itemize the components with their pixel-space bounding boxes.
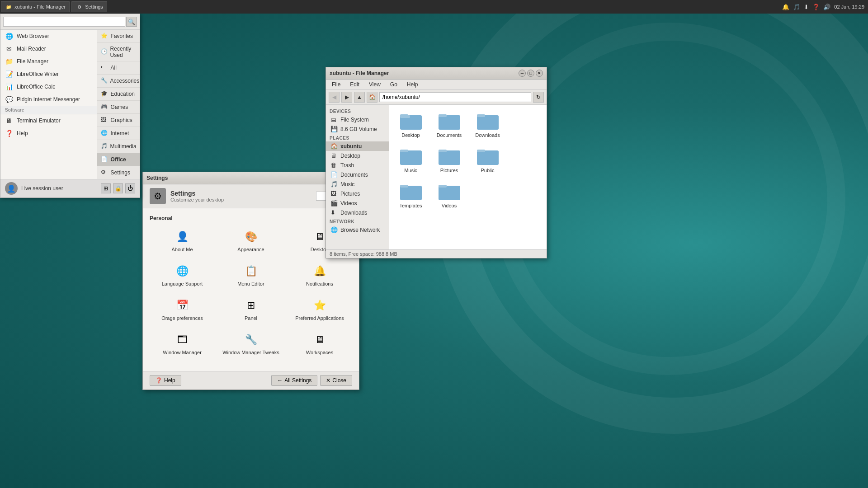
help-icon[interactable]: ❓ (812, 4, 820, 10)
lock-screen-button[interactable]: 🔒 (113, 183, 123, 193)
file-documents[interactable]: Documents (432, 109, 466, 140)
power-button[interactable]: ⏻ (125, 183, 135, 193)
menu-item-libreoffice-writer[interactable]: 📝 LibreOffice Writer (0, 68, 97, 80)
file-downloads[interactable]: Downloads (471, 109, 505, 140)
settings-appearance[interactable]: 🎨 Appearance (218, 225, 283, 256)
category-favorites[interactable]: ⭐ Favorites (97, 30, 140, 43)
desktop-folder-label: Desktop (401, 132, 420, 138)
category-office[interactable]: 📄 Office (97, 153, 140, 166)
sidebar-downloads[interactable]: ⬇ Downloads (326, 208, 389, 217)
clock-icon: 🕒 (101, 48, 108, 56)
sidebar-browse-network[interactable]: 🌐 Browse Network (326, 225, 389, 235)
fm-up-button[interactable]: ▲ (354, 92, 365, 103)
sidebar-music[interactable]: 🎵 Music (326, 179, 389, 189)
category-internet[interactable]: 🌐 Internet (97, 127, 140, 140)
file-music[interactable]: Music (394, 145, 428, 175)
search-button[interactable]: 🔍 (126, 17, 137, 27)
fm-menu-edit[interactable]: Edit (346, 80, 363, 89)
personal-section-title: Personal (150, 215, 352, 221)
file-desktop[interactable]: Desktop (394, 109, 428, 140)
settings-about-me[interactable]: 👤 About Me (150, 225, 215, 256)
settings-language[interactable]: 🌐 Language Support (150, 259, 215, 290)
fm-back-button[interactable]: ◀ (329, 92, 340, 103)
network-icon[interactable]: ⬇ (804, 4, 809, 10)
home-sidebar-icon: 🏠 (330, 143, 338, 150)
fm-refresh-button[interactable]: ↻ (533, 92, 544, 103)
settings-notifications[interactable]: 🔔 Notifications (287, 259, 352, 290)
category-education[interactable]: 🎓 Education (97, 88, 140, 101)
trash-icon: 🗑 (330, 162, 338, 169)
all-settings-button[interactable]: ← All Settings (271, 375, 317, 386)
about-me-label: About Me (171, 247, 193, 252)
volume-icon[interactable]: 🔊 (823, 4, 830, 10)
preferred-apps-label: Preferred Applications (295, 315, 344, 321)
search-input[interactable] (3, 17, 125, 27)
sidebar-xubuntu[interactable]: 🏠 xubuntu (326, 141, 389, 151)
sidebar-videos[interactable]: 🎬 Videos (326, 198, 389, 208)
category-graphics[interactable]: 🖼 Graphics (97, 114, 140, 127)
fm-menu-go[interactable]: Go (387, 80, 401, 89)
templates-folder-label: Templates (399, 203, 422, 208)
file-manager-titlebar[interactable]: xubuntu - File Manager ─ □ ✕ (326, 67, 547, 80)
fm-close-button[interactable]: ✕ (536, 70, 543, 77)
notification-icon[interactable]: 🔔 (782, 4, 789, 10)
category-all[interactable]: • All (97, 61, 140, 75)
games-icon: 🎮 (101, 103, 108, 111)
app-menu-search-bar: 🔍 (0, 14, 140, 30)
sidebar-trash[interactable]: 🗑 Trash (326, 160, 389, 170)
file-videos[interactable]: Videos (432, 180, 466, 211)
menu-item-mail-reader[interactable]: ✉ Mail Reader (0, 42, 97, 55)
sidebar-desktop[interactable]: 🖥 Desktop (326, 151, 389, 160)
fm-address-bar[interactable] (379, 92, 531, 102)
svg-rect-15 (439, 186, 460, 200)
fm-menu-file[interactable]: File (328, 80, 344, 89)
taskbar-app-filemanager[interactable]: 📁 xubuntu - File Manager (1, 1, 70, 12)
about-me-icon: 👤 (174, 229, 190, 245)
category-recently-used[interactable]: 🕒 Recently Used (97, 43, 140, 61)
menu-item-web-browser[interactable]: 🌐 Web Browser (0, 30, 97, 42)
sidebar-documents[interactable]: 📄 Documents (326, 170, 389, 179)
fm-menu-view[interactable]: View (365, 80, 384, 89)
search-icon: 🔍 (128, 19, 135, 25)
menu-item-pidgin[interactable]: 💬 Pidgin Internet Messenger (0, 93, 97, 106)
fm-maximize-button[interactable]: □ (527, 70, 534, 77)
folder-icon-desktop (400, 112, 422, 131)
settings-workspaces[interactable]: 🖥 Workspaces (287, 328, 352, 359)
menu-item-help[interactable]: ❓ Help (0, 127, 97, 140)
settings-orage[interactable]: 📅 Orage preferences (150, 294, 215, 324)
panel-label: Panel (245, 315, 257, 321)
file-pictures[interactable]: Pictures (432, 145, 466, 175)
category-accessories[interactable]: 🔧 Accessories (97, 75, 140, 88)
settings-window-manager[interactable]: 🗔 Window Manager (150, 328, 215, 359)
fm-forward-button[interactable]: ▶ (341, 92, 352, 103)
desktop-sidebar-icon: 🖥 (330, 152, 338, 159)
close-settings-button[interactable]: ✕ Close (320, 375, 352, 386)
web-browser-icon: 🌐 (5, 32, 13, 40)
sidebar-volume[interactable]: 💾 8.6 GB Volume (326, 124, 389, 134)
settings-xfce-panel-switch[interactable]: ↔ Xfce Panel Switch (150, 362, 215, 371)
fm-home-button[interactable]: 🏠 (367, 92, 377, 103)
category-settings[interactable]: ⚙ Settings (97, 166, 140, 179)
settings-app-icon: ⚙ (150, 188, 166, 204)
settings-preferred-apps[interactable]: ⭐ Preferred Applications (287, 294, 352, 324)
svg-rect-3 (439, 115, 460, 130)
category-games[interactable]: 🎮 Games (97, 101, 140, 114)
switch-user-button[interactable]: ⊞ (101, 183, 111, 193)
fm-minimize-button[interactable]: ─ (519, 70, 526, 77)
file-public[interactable]: Public (471, 145, 505, 175)
fm-menu-help[interactable]: Help (403, 80, 422, 89)
taskbar-app-settings[interactable]: ⚙ Settings (71, 1, 107, 12)
category-multimedia[interactable]: 🎵 Multimedia (97, 140, 140, 153)
settings-panel[interactable]: ⊞ Panel (218, 294, 283, 324)
file-templates[interactable]: Templates (394, 180, 428, 211)
settings-help-button[interactable]: ❓ Help (150, 375, 181, 386)
settings-menu-editor[interactable]: 📋 Menu Editor (218, 259, 283, 290)
sidebar-filesystem[interactable]: 🖴 File System (326, 115, 389, 124)
menu-item-terminal[interactable]: 🖥 Terminal Emulator (0, 114, 97, 127)
menu-item-libreoffice-calc[interactable]: 📊 LibreOffice Calc (0, 80, 97, 93)
app-menu-left-panel: 🌐 Web Browser ✉ Mail Reader 📁 File Manag… (0, 30, 97, 179)
menu-item-file-manager[interactable]: 📁 File Manager (0, 55, 97, 68)
bluetooth-icon[interactable]: 🎵 (793, 4, 800, 10)
sidebar-pictures[interactable]: 🖼 Pictures (326, 189, 389, 198)
settings-wm-tweaks[interactable]: 🔧 Window Manager Tweaks (218, 328, 283, 359)
